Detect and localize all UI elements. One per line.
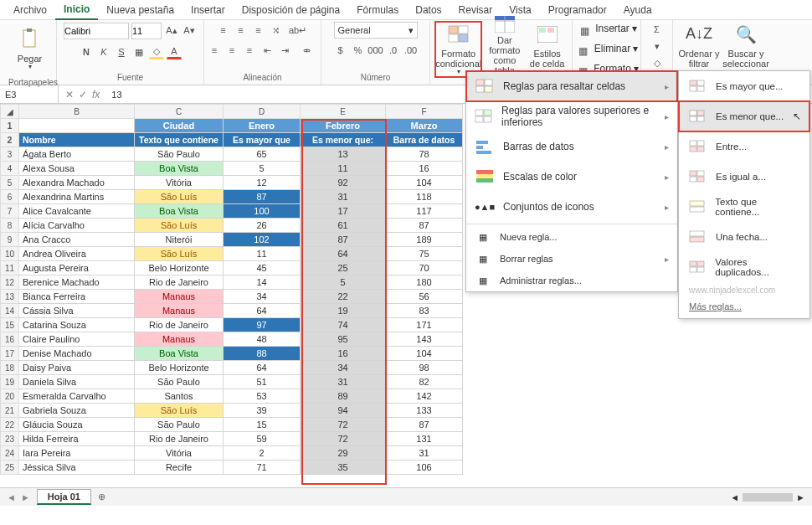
menu-highlight-rules[interactable]: Reglas para resaltar celdas▸ [466, 71, 677, 101]
cell[interactable]: 142 [386, 389, 463, 404]
cell[interactable]: Daisy Paiva [19, 361, 135, 375]
cell[interactable]: 104 [386, 347, 463, 361]
wrap-text-icon[interactable]: ab↵ [286, 23, 310, 38]
cell[interactable]: São Luís [135, 219, 224, 233]
submenu-text-contains[interactable]: Texto que contiene... [679, 192, 809, 222]
cell[interactable]: 71 [224, 461, 301, 475]
cell[interactable]: São Paulo [135, 375, 224, 389]
tab-programador[interactable]: Programador [540, 1, 615, 19]
row-header[interactable]: 6 [1, 190, 19, 204]
cell[interactable]: 65 [224, 147, 301, 162]
cell-styles-button[interactable]: Estilos de celda▾ [527, 22, 567, 77]
inc-indent-icon[interactable]: ⇥ [277, 43, 292, 58]
cell[interactable]: Belo Horizonte [135, 361, 224, 375]
cell[interactable]: 5 [301, 275, 386, 290]
cell[interactable]: Iara Pereira [19, 446, 135, 461]
cell[interactable]: Manaus [135, 304, 224, 318]
cell[interactable]: 89 [301, 389, 386, 404]
orientation-icon[interactable]: ⤭ [269, 23, 284, 38]
cell[interactable]: 102 [224, 233, 301, 247]
row-header[interactable]: 5 [1, 176, 19, 190]
cell[interactable]: Alice Cavalcante [19, 204, 135, 219]
cell[interactable]: 22 [301, 290, 386, 304]
cell[interactable]: 74 [301, 318, 386, 332]
cell[interactable]: Ágata Berto [19, 147, 135, 162]
cell[interactable]: 25 [301, 261, 386, 275]
dec-indent-icon[interactable]: ⇤ [260, 43, 275, 58]
cell[interactable]: 143 [386, 332, 463, 347]
cell[interactable]: 56 [386, 290, 463, 304]
cell[interactable]: Ana Cracco [19, 233, 135, 247]
cell[interactable]: 118 [386, 190, 463, 204]
cell[interactable]: 11 [301, 162, 386, 176]
cell[interactable]: 171 [386, 318, 463, 332]
row-header[interactable]: 13 [1, 290, 19, 304]
cell[interactable]: 92 [301, 176, 386, 190]
menu-top-bottom-rules[interactable]: Reglas para valores superiores e inferio… [466, 101, 677, 131]
cell[interactable]: 133 [386, 404, 463, 418]
hscroll-left-icon[interactable]: ◄ [730, 492, 739, 502]
sort-filter-button[interactable]: A↓Z Ordenar y filtrar▾ [678, 22, 720, 77]
cell[interactable]: 78 [386, 147, 463, 162]
cell[interactable]: Alícia Carvalho [19, 219, 135, 233]
cell[interactable]: Esmeralda Carvalho [19, 389, 135, 404]
fill-icon[interactable]: ▾ [650, 39, 665, 54]
cancel-icon[interactable]: ✕ [65, 89, 74, 100]
cell[interactable]: 12 [224, 176, 301, 190]
font-select[interactable] [64, 23, 129, 39]
cell[interactable]: 31 [301, 375, 386, 389]
cell[interactable]: 17 [301, 204, 386, 219]
cell[interactable]: Rio de Janeiro [135, 275, 224, 290]
cell[interactable]: 100 [224, 204, 301, 219]
col-header-F[interactable]: F [386, 105, 463, 119]
cell[interactable]: Cássia Silva [19, 304, 135, 318]
cell[interactable]: 45 [224, 261, 301, 275]
enter-icon[interactable]: ✓ [79, 89, 87, 100]
cell[interactable]: 83 [386, 304, 463, 318]
tab-inicio[interactable]: Inicio [55, 0, 98, 20]
name-box[interactable]: E3 [0, 85, 59, 103]
row-header[interactable]: 1 [1, 119, 19, 133]
cell[interactable]: 29 [301, 446, 386, 461]
find-select-button[interactable]: 🔍 Buscar y seleccionar▾ [723, 22, 768, 77]
cell[interactable]: Vitória [135, 176, 224, 190]
cell[interactable]: 31 [386, 446, 463, 461]
menu-manage-rules[interactable]: ▦ Administrar reglas... [466, 270, 677, 291]
comma-icon[interactable]: 000 [368, 43, 383, 58]
tab-nueva[interactable]: Nueva pestaña [98, 1, 182, 19]
format-as-table-button[interactable]: Dar formato como tabla▾ [485, 22, 524, 77]
cell[interactable]: 72 [301, 418, 386, 432]
cell[interactable]: 51 [224, 375, 301, 389]
row-header[interactable]: 15 [1, 318, 19, 332]
col-header-C[interactable]: C [135, 105, 224, 119]
align-right-icon[interactable]: ≡ [242, 43, 257, 58]
cell[interactable]: 180 [386, 275, 463, 290]
row-header[interactable]: 20 [1, 389, 19, 404]
cell[interactable]: São Luís [135, 190, 224, 204]
row-header[interactable]: 7 [1, 204, 19, 219]
cell[interactable]: Vitória [135, 446, 224, 461]
cell[interactable]: 26 [224, 219, 301, 233]
cell[interactable]: 34 [224, 290, 301, 304]
cell[interactable]: 59 [224, 432, 301, 446]
percent-icon[interactable]: % [351, 43, 366, 58]
merge-icon[interactable]: ⤄ [295, 43, 318, 58]
submenu-less-than[interactable]: Es menor que... ↖ [679, 101, 809, 131]
insert-cells-button[interactable]: ▦Insertar ▾ [576, 23, 637, 39]
submenu-date[interactable]: Una fecha... [679, 222, 809, 252]
submenu-equal-to[interactable]: Es igual a... [679, 162, 809, 192]
autosum-icon[interactable]: Σ [650, 22, 665, 37]
cell[interactable]: 64 [224, 361, 301, 375]
cell[interactable]: 70 [386, 261, 463, 275]
borders-icon[interactable]: ▦ [131, 44, 146, 59]
cell[interactable]: Claire Paulino [19, 332, 135, 347]
cell[interactable]: São Luís [135, 247, 224, 261]
cell[interactable]: 87 [386, 219, 463, 233]
underline-button[interactable]: S [114, 44, 129, 59]
sheet-tab[interactable]: Hoja 01 [37, 489, 91, 505]
cell[interactable]: 14 [224, 275, 301, 290]
inc-decimal-icon[interactable]: .0 [386, 43, 401, 58]
cell[interactable]: 48 [224, 332, 301, 347]
cell[interactable]: 13 [301, 147, 386, 162]
cell[interactable]: Niterói [135, 233, 224, 247]
